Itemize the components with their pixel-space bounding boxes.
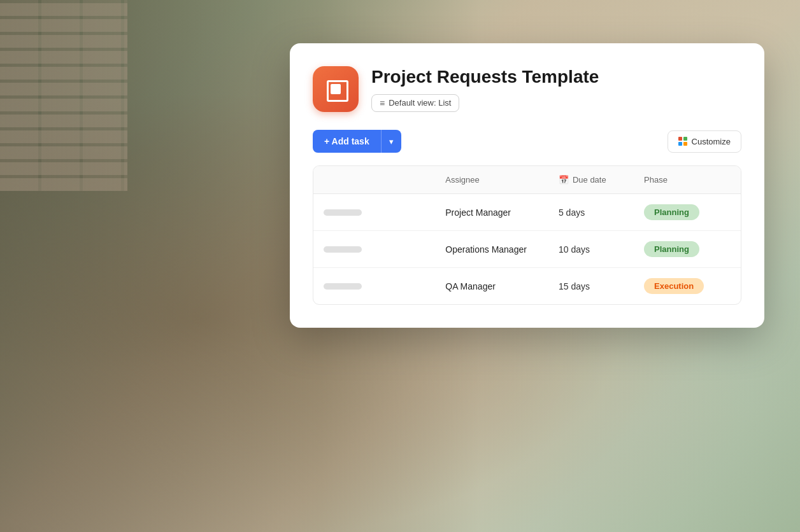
col-header-task	[313, 166, 435, 194]
list-icon: ≡	[380, 98, 385, 108]
col-header-phase: Phase	[634, 166, 741, 194]
calendar-icon: 📅	[559, 175, 569, 185]
phase-cell: Planning	[634, 194, 741, 231]
table-header-row: Assignee 📅 Due date Phase	[313, 166, 741, 194]
task-cell	[313, 268, 435, 305]
assignee-cell: Project Manager	[435, 194, 548, 231]
customize-button[interactable]: Customize	[668, 130, 741, 153]
app-icon-graphic	[324, 78, 347, 101]
task-bar	[324, 246, 362, 253]
task-table: Assignee 📅 Due date Phase Project Manage…	[313, 165, 741, 305]
header-text: Project Requests Template ≡ Default view…	[371, 66, 599, 112]
task-cell	[313, 194, 435, 231]
phase-badge: Planning	[644, 204, 699, 220]
view-badge-label: Default view: List	[389, 98, 451, 108]
phase-cell: Execution	[634, 268, 741, 305]
phase-badge: Planning	[644, 241, 699, 257]
app-icon	[313, 66, 359, 112]
assignee-cell: QA Manager	[435, 268, 548, 305]
modal-header: Project Requests Template ≡ Default view…	[313, 66, 741, 112]
modal-title: Project Requests Template	[371, 66, 599, 88]
add-task-button[interactable]: + Add task	[313, 130, 381, 153]
modal-card: Project Requests Template ≡ Default view…	[290, 43, 764, 328]
add-task-dropdown-button[interactable]: ▾	[381, 130, 401, 153]
add-task-group: + Add task ▾	[313, 130, 401, 153]
table-row: Operations Manager10 daysPlanning	[313, 231, 741, 268]
customize-label: Customize	[692, 137, 731, 146]
due-date-cell: 5 days	[548, 194, 634, 231]
col-header-due: 📅 Due date	[548, 166, 634, 194]
due-date-cell: 10 days	[548, 231, 634, 268]
task-cell	[313, 231, 435, 268]
task-bar	[324, 209, 362, 216]
table-row: Project Manager5 daysPlanning	[313, 194, 741, 231]
background-texture	[0, 0, 127, 191]
phase-badge: Execution	[644, 278, 704, 294]
view-badge[interactable]: ≡ Default view: List	[371, 94, 459, 112]
task-bar	[324, 283, 362, 290]
phase-cell: Planning	[634, 231, 741, 268]
table-row: QA Manager15 daysExecution	[313, 268, 741, 305]
col-header-assignee: Assignee	[435, 166, 548, 194]
customize-icon	[678, 137, 687, 146]
due-date-cell: 15 days	[548, 268, 634, 305]
toolbar: + Add task ▾ Customize	[313, 130, 741, 153]
assignee-cell: Operations Manager	[435, 231, 548, 268]
